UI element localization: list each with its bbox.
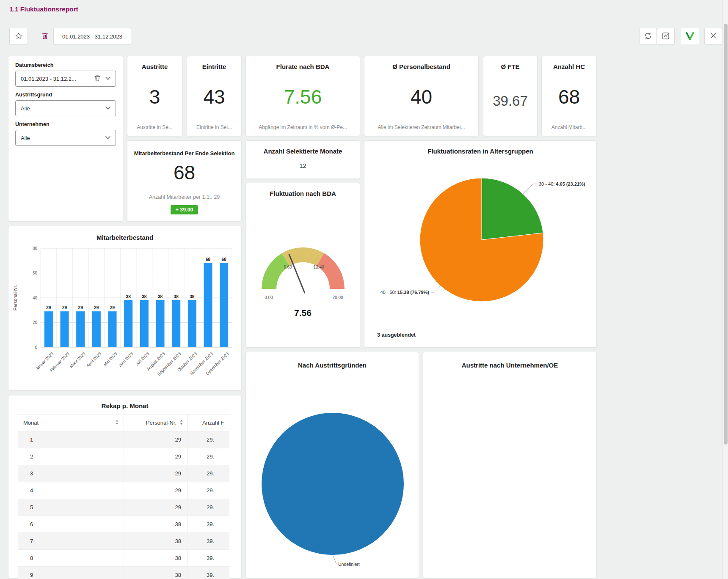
bar-chart-title: Mitarbeiterbestand <box>8 234 241 241</box>
table-cell: 7 <box>18 533 124 550</box>
kpi-card-eintritte: Eintritte 43 Eintritte in Sel... <box>187 56 242 136</box>
bar-value-label: 29 <box>62 305 67 310</box>
bar-März 2023[interactable] <box>76 311 85 347</box>
column-header-anzahl[interactable]: Anzahl F <box>188 414 230 431</box>
table-cell: 3 <box>18 465 124 482</box>
label-leader-line <box>522 184 537 195</box>
bar-Januar 2023[interactable] <box>44 311 53 347</box>
y-tick-label: 0 <box>35 345 37 350</box>
close-icon <box>710 32 717 41</box>
table-row[interactable]: 83839. <box>18 550 230 567</box>
table-cell: 38 <box>124 550 188 567</box>
bar-Dezember 2023[interactable] <box>220 263 228 347</box>
date-filter-input[interactable]: 01.01.2023 - 31.12.2... <box>15 71 116 87</box>
monate-card: Anzahl Selektierte Monate 12 <box>245 140 360 179</box>
y-axis-label: Personal-Nr. <box>13 285 18 310</box>
table-cell: 9 <box>18 567 124 579</box>
pie-slice-label: Undefiniert <box>338 562 360 567</box>
refresh-button[interactable] <box>639 28 657 45</box>
bar-April 2023[interactable] <box>92 311 101 347</box>
oe-card: Austritte nach Unternehmen/OE <box>423 352 597 579</box>
table-cell: 29. <box>188 482 230 499</box>
gauge-tick-label: 6.60 <box>284 265 292 269</box>
monate-value: 12 <box>246 162 360 169</box>
sort-icon[interactable] <box>179 420 184 426</box>
kpi-subtitle: Abgänge im Zeitraum in % vom Ø-Pe... <box>249 124 356 130</box>
table-cell: 4 <box>18 482 124 499</box>
table-cell: 6 <box>18 516 124 533</box>
bar-value-label: 38 <box>158 294 163 299</box>
table-cell: 8 <box>18 550 124 567</box>
table-row[interactable]: 52929. <box>18 499 230 516</box>
table-row[interactable]: 93839. <box>18 567 230 579</box>
bar-Juni 2023[interactable] <box>124 300 132 347</box>
hidden-slices-note: 3 ausgeblendet <box>377 332 416 338</box>
bar-value-label: 29 <box>110 305 115 310</box>
bar-November 2023[interactable] <box>204 263 212 347</box>
bar-value-label: 38 <box>174 294 179 299</box>
table-cell: 29 <box>124 499 188 516</box>
delete-selection-button[interactable] <box>37 28 52 45</box>
unternehmen-select[interactable]: Alle <box>15 130 116 146</box>
x-tick-label: April 2023 <box>85 351 102 368</box>
sort-icon[interactable] <box>115 420 119 426</box>
kpi-title: Ø FTE <box>483 63 537 70</box>
kpi-card-anzahl-hc: Anzahl HC 68 Anzahl Mitarb... <box>541 56 597 136</box>
bar-Oktober 2023[interactable] <box>188 300 196 347</box>
rekap-title: Rekap p. Monat <box>8 402 241 409</box>
kpi-title: Anzahl HC <box>542 63 596 70</box>
bar-Mai 2023[interactable] <box>108 311 117 347</box>
kpi-subtitle: Anzahl Mitarb... <box>545 124 593 130</box>
table-cell: 29 <box>124 465 188 482</box>
austrittsgrund-select[interactable]: Alle <box>15 100 116 116</box>
table-cell: 39. <box>188 567 230 579</box>
pie-slice-Undefiniert[interactable] <box>262 413 404 555</box>
bar-August 2023[interactable] <box>156 300 165 347</box>
kpi-subtitle: Alle im Selektieren Zeitraum Mitarbei... <box>368 124 475 130</box>
bar-September 2023[interactable] <box>172 300 180 347</box>
kpi-card-fte: Ø FTE 39.67 <box>483 56 538 136</box>
table-row[interactable]: 73839. <box>18 533 230 550</box>
favorite-button[interactable] <box>9 28 28 45</box>
date-range-chip[interactable]: 01.01.2023 - 31.12.2023 <box>53 28 131 45</box>
table-cell: 29. <box>188 448 230 465</box>
bar-value-label: 29 <box>94 305 99 310</box>
bar-Juli 2023[interactable] <box>140 300 149 347</box>
table-row[interactable]: 22929. <box>18 448 230 465</box>
column-header-personalnr[interactable]: Personal-Nr. <box>124 414 188 431</box>
kpi-value: 7.56 <box>246 87 360 107</box>
trash-icon[interactable] <box>90 74 101 83</box>
gauge-tick-label: 13.40 <box>313 265 324 269</box>
chart-settings-button[interactable] <box>657 28 675 45</box>
monate-title: Anzahl Selektierte Monate <box>246 148 360 155</box>
column-header-monat[interactable]: Monat <box>18 414 124 431</box>
bar-Februar 2023[interactable] <box>61 311 69 347</box>
logo-button[interactable] <box>681 28 699 45</box>
table-row[interactable]: 42929. <box>18 482 230 499</box>
table-row[interactable]: 32929. <box>18 465 230 482</box>
kpi-value: 68 <box>542 87 596 107</box>
table-cell: 29 <box>124 448 188 465</box>
dashboard-screen: 1.1 Fluktuationsreport 01.01.2023 - 31.1… <box>0 0 728 579</box>
table-row[interactable]: 12929. <box>18 431 230 448</box>
x-tick-label: Mai 2023 <box>102 351 118 367</box>
table-cell: 29 <box>124 431 188 448</box>
bestand-title: Mitarbeiterbestand Per Ende Selektion <box>127 150 241 156</box>
chevron-down-icon <box>101 75 111 83</box>
scrollbar-thumb[interactable] <box>724 24 728 445</box>
brand-v-logo-icon <box>684 30 695 43</box>
chevron-down-icon <box>101 104 111 113</box>
age-pie-title: Fluktuationsraten in Altersgruppen <box>364 148 596 155</box>
unternehmen-value: Alle <box>21 135 101 141</box>
table-row[interactable]: 63839. <box>18 516 230 533</box>
kpi-value: 43 <box>187 87 241 107</box>
bar-chart: 020406080Personal-Nr.29Januar 202329Febr… <box>11 244 240 389</box>
kpi-title: Austritte <box>127 63 182 70</box>
bar-value-label: 38 <box>190 294 195 299</box>
column-label: Personal-Nr. <box>146 420 176 426</box>
rekap-table: Monat Personal-Nr. <box>18 414 229 579</box>
kpi-value: 39.67 <box>483 94 537 108</box>
close-button[interactable] <box>704 28 722 45</box>
kpi-card-austritte: Austritte 3 Austritte in Se... <box>127 56 182 136</box>
pie-slice-30 - 40[interactable] <box>482 178 543 240</box>
